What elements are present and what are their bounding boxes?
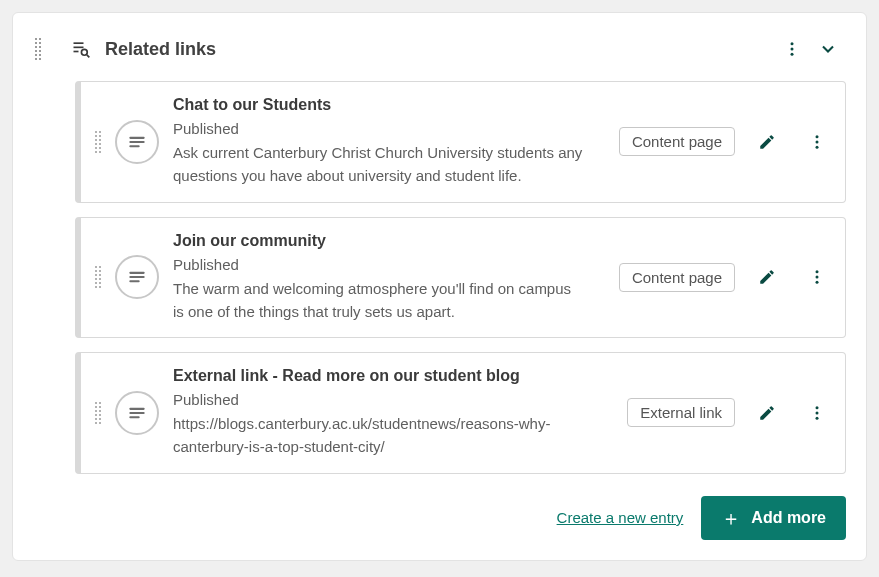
pencil-icon: [758, 133, 776, 151]
add-more-label: Add more: [751, 509, 826, 527]
entry-body: Join our community Published The warm an…: [173, 232, 605, 324]
create-entry-link[interactable]: Create a new entry: [557, 509, 684, 526]
svg-point-11: [816, 135, 819, 138]
panel-title: Related links: [105, 39, 774, 60]
entry-drag-handle[interactable]: [95, 402, 101, 424]
panel-header: Related links: [33, 27, 846, 81]
panel-more-button[interactable]: [774, 31, 810, 67]
content-type-icon: [115, 255, 159, 299]
entries-list: Chat to our Students Published Ask curre…: [75, 81, 846, 474]
svg-point-24: [816, 411, 819, 414]
edit-button[interactable]: [749, 395, 785, 431]
pencil-icon: [758, 268, 776, 286]
kebab-icon: [783, 40, 801, 58]
edit-button[interactable]: [749, 124, 785, 160]
kebab-icon: [808, 404, 826, 422]
chevron-down-icon: [818, 39, 838, 59]
pencil-icon: [758, 404, 776, 422]
entry-title: External link - Read more on our student…: [173, 367, 605, 385]
svg-point-19: [816, 281, 819, 284]
entry-status: Published: [173, 391, 605, 408]
panel-drag-handle[interactable]: [33, 38, 43, 60]
svg-point-6: [791, 48, 794, 51]
entry-type-badge: Content page: [619, 263, 735, 292]
edit-button[interactable]: [749, 259, 785, 295]
entry-status: Published: [173, 256, 597, 273]
svg-point-3: [81, 49, 87, 55]
entry-more-button[interactable]: [799, 395, 835, 431]
related-links-panel: Related links Chat to our: [12, 12, 867, 561]
panel-footer: Create a new entry ＋ Add more: [33, 496, 846, 540]
entry-body: Chat to our Students Published Ask curre…: [173, 96, 605, 188]
list-search-icon: [71, 39, 91, 59]
svg-point-5: [791, 42, 794, 45]
entry-status: Published: [173, 120, 597, 137]
entry-drag-handle[interactable]: [95, 266, 101, 288]
entry-drag-handle[interactable]: [95, 131, 101, 153]
entry-row: External link - Read more on our student…: [75, 352, 846, 474]
svg-point-12: [816, 140, 819, 143]
entry-body: External link - Read more on our student…: [173, 367, 613, 459]
svg-point-25: [816, 417, 819, 420]
content-type-icon: [115, 391, 159, 435]
svg-point-18: [816, 276, 819, 279]
entry-row: Join our community Published The warm an…: [75, 217, 846, 339]
svg-line-4: [87, 55, 90, 58]
entry-row: Chat to our Students Published Ask curre…: [75, 81, 846, 203]
entry-more-button[interactable]: [799, 124, 835, 160]
plus-icon: ＋: [721, 508, 741, 528]
entry-description: https://blogs.canterbury.ac.uk/studentne…: [173, 412, 583, 459]
kebab-icon: [808, 133, 826, 151]
svg-point-13: [816, 146, 819, 149]
entry-title: Join our community: [173, 232, 597, 250]
entry-type-badge: External link: [627, 398, 735, 427]
entry-more-button[interactable]: [799, 259, 835, 295]
entry-description: Ask current Canterbury Christ Church Uni…: [173, 141, 583, 188]
kebab-icon: [808, 268, 826, 286]
add-more-button[interactable]: ＋ Add more: [701, 496, 846, 540]
content-type-icon: [115, 120, 159, 164]
entry-title: Chat to our Students: [173, 96, 597, 114]
entry-description: The warm and welcoming atmosphere you'll…: [173, 277, 583, 324]
svg-point-23: [816, 406, 819, 409]
panel-collapse-button[interactable]: [810, 31, 846, 67]
svg-point-7: [791, 53, 794, 56]
svg-point-17: [816, 271, 819, 274]
entry-type-badge: Content page: [619, 127, 735, 156]
